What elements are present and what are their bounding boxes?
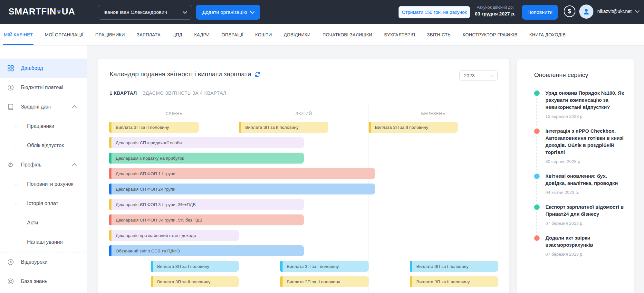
update-title[interactable]: Експорт зарплатної відомості в Приват24 … — [545, 203, 624, 218]
add-organization-button[interactable]: Додати організацію — [196, 5, 260, 20]
sidebar-item[interactable]: Акти — [0, 213, 87, 232]
user-select-dropdown[interactable]: Іванов Іван Олександрович — [98, 5, 192, 20]
promo-bonus-button[interactable]: Отримати 150 грн. на рахунок — [399, 6, 470, 18]
sidebar-item[interactable]: Облік відпусток — [0, 136, 87, 155]
gantt-bar[interactable]: Декларація ЄП ФОП 2-ї групи — [109, 184, 375, 194]
dollar-icon: $ — [6, 84, 15, 91]
user-select-value: Іванов Іван Олександрович — [103, 9, 167, 15]
quarter-heading: 1 КВАРТАЛ ЗДАЄМО ЗВІТНІСТЬ ЗА 4 КВАРТАЛ — [110, 90, 226, 96]
chevron-down-icon — [250, 9, 255, 14]
gantt-bar[interactable]: Виплата ЗП за II половину — [109, 122, 199, 133]
gantt-bar[interactable]: Виплата ЗП за II половину — [151, 276, 239, 287]
sidebar-item[interactable]: Дашборд — [0, 59, 87, 78]
gantt-bar-label: Виплата ЗП за II половину — [245, 125, 299, 130]
gantt-bar-label: Виплата ЗП за II половину — [116, 125, 169, 130]
gantt-row: Обєднаний звіт з ЄСВ та ПДФО — [109, 245, 498, 256]
gantt-bar[interactable]: Декларація ЄП ФОП 3-ї групи, 5% без ПДВ — [109, 214, 304, 225]
sidebar-item[interactable]: Відеоуроки — [0, 252, 87, 272]
play-icon — [6, 259, 15, 266]
update-date: 30 серпня 2023 р. — [545, 159, 624, 164]
tab-item[interactable]: ДОВІДНИКИ — [284, 24, 311, 45]
gantt-bar[interactable]: Декларація з податку на прибуток — [109, 153, 304, 164]
tab-item[interactable]: БУХГАЛТЕРІЯ — [384, 24, 415, 45]
top-header: SMARTFIN♥UA Іванов Іван Олександрович До… — [0, 0, 644, 24]
gantt-bar-label: Декларація ЄП ФОП 2-ї групи — [116, 187, 176, 192]
sidebar-item[interactable]: База знань — [0, 272, 87, 291]
dashboard-icon — [6, 65, 15, 72]
tab-item[interactable]: ЗАРПЛАТА — [137, 24, 161, 45]
sidebar-item-label: Акти — [27, 220, 38, 226]
gantt-bar[interactable]: Декларація ЄП ФОП 3-ї групи, 3%+ПДВ — [109, 199, 304, 210]
gantt-row: Декларація ЄП юридичної особи — [109, 137, 498, 148]
tab-item[interactable]: КОШТИ — [255, 24, 272, 45]
account-email-menu[interactable]: nikazvit@ukr.net — [597, 9, 639, 14]
tab-item[interactable]: МІЙ КАБІНЕТ — [4, 24, 33, 45]
account-valid-date: 03 грудня 2027 р. — [472, 11, 519, 16]
year-select-dropdown[interactable]: 2023 — [459, 71, 498, 80]
tab-item[interactable]: КНИГА ДОХОДІВ — [529, 24, 566, 45]
sidebar-item[interactable]: Налаштування — [0, 232, 87, 252]
gantt-bar[interactable]: Виплата ЗП за II половину — [369, 122, 458, 133]
gantt-bar-label: Виплата ЗП за II половину — [287, 279, 340, 284]
chevron-up-icon — [72, 105, 77, 110]
tab-item[interactable]: КОНСТРУКТОР ГРАФІКІВ — [463, 24, 517, 45]
logo-text-left: SMARTFIN — [8, 6, 56, 16]
sidebar-item[interactable]: Поповнити рахунок — [0, 175, 87, 194]
gantt-bar[interactable]: Виплата ЗП за II половину — [410, 276, 498, 287]
gantt-row: Виплата ЗП за II половинуВиплата ЗП за I… — [109, 122, 498, 133]
svg-text:$: $ — [10, 86, 12, 90]
topup-button[interactable]: Поповнити — [522, 5, 558, 20]
gantt-bar[interactable]: Виплата ЗП за I половину — [410, 261, 498, 272]
sidebar-item[interactable]: $Бюджетні платежі — [0, 78, 87, 97]
update-title[interactable]: Уряд оновив Порядок №100. Як рахувати ко… — [545, 90, 624, 111]
gantt-bar-label: Декларація ЄП ФОП 1-ї групи — [116, 171, 176, 176]
gantt-bar-label: Виплата ЗП за I половину — [157, 264, 209, 269]
gantt-bar[interactable]: Виплата ЗП за II половину — [280, 276, 369, 287]
gantt-bar[interactable]: Виплата ЗП за II половину — [239, 122, 328, 133]
update-dot — [534, 235, 540, 241]
tab-item[interactable]: КАДРИ — [194, 24, 210, 45]
sidebar-item[interactable]: ⚙Профіль — [0, 155, 87, 175]
gantt-bar[interactable]: Декларація ЄП юридичної особи — [109, 137, 304, 148]
chevron-down-icon — [183, 9, 187, 14]
sidebar-item[interactable]: Історія оплат — [0, 194, 87, 213]
update-title[interactable]: Додали акт звірки взаєморозрахунків — [545, 234, 624, 249]
gantt-bar[interactable]: Обєднаний звіт з ЄСВ та ПДФО — [109, 245, 304, 256]
gantt-bar-label: Виплата ЗП за II половину — [375, 125, 428, 130]
chevron-up-icon — [72, 163, 77, 168]
year-select-value: 2023 — [464, 73, 475, 78]
tab-item[interactable]: ПОЧАТКОВІ ЗАЛИШКИ — [322, 24, 372, 45]
topup-label: Поповнити — [527, 9, 553, 15]
gantt-bar-label: Виплата ЗП за I половину — [287, 264, 339, 269]
sidebar-item[interactable]: Працівники — [0, 117, 87, 136]
update-item: Експорт зарплатної відомості в Приват24 … — [534, 203, 624, 226]
user-avatar[interactable] — [579, 5, 593, 19]
account-email: nikazvit@ukr.net — [597, 9, 632, 14]
update-title[interactable]: Інтеграція з пРРО Checkbox. Автозаповнен… — [545, 128, 624, 156]
gantt-row: Декларація ЄП ФОП 3-ї групи, 5% без ПДВ — [109, 214, 498, 225]
refresh-icon[interactable] — [254, 71, 261, 78]
gantt-bar-label: Виплата ЗП за I половину — [416, 264, 468, 269]
update-item: Інтеграція з пРРО Checkbox. Автозаповнен… — [534, 128, 624, 164]
gantt-row: Декларація ЄП ФОП 2-ї групи — [109, 184, 498, 194]
update-title[interactable]: Квітневі оновлення: бух. довідка, аналіт… — [545, 173, 624, 187]
sidebar-item[interactable]: Зведені дані — [0, 97, 87, 117]
gantt-bar[interactable]: Декларація ЄП ФОП 1-ї групи — [109, 168, 375, 179]
update-date: 04 квітня 2023 р. — [545, 190, 624, 195]
updates-title: Оновлення сервісу — [534, 71, 624, 79]
gear-icon: ⚙ — [6, 162, 15, 168]
update-date: 07 березня 2023 р. — [545, 252, 624, 257]
gantt-bar[interactable]: Виплата ЗП за I половину — [280, 261, 369, 272]
tab-item[interactable]: ОПЕРАЦІЇ — [222, 24, 244, 45]
gantt-bar[interactable]: Декларація про майновий стан і доходи — [109, 230, 239, 241]
tab-item[interactable]: ЦПД — [172, 24, 182, 45]
tab-item[interactable]: ЗВІТНІСТЬ — [427, 24, 451, 45]
gantt-rows: Виплата ЗП за II половинуВиплата ЗП за I… — [109, 105, 498, 293]
chevron-down-icon — [635, 8, 639, 13]
tab-item[interactable]: ПРАЦІВНИКИ — [95, 24, 125, 45]
currency-icon[interactable]: $ — [564, 5, 575, 17]
gantt-bar[interactable]: Виплата ЗП за I половину — [151, 261, 239, 272]
gantt-bar-label: Декларація ЄП ФОП 3-ї групи, 3%+ПДВ — [116, 202, 196, 207]
sidebar-item-label: Бюджетні платежі — [21, 85, 63, 90]
tab-item[interactable]: МОЇ ОРГАНІЗАЦІЇ — [45, 24, 83, 45]
